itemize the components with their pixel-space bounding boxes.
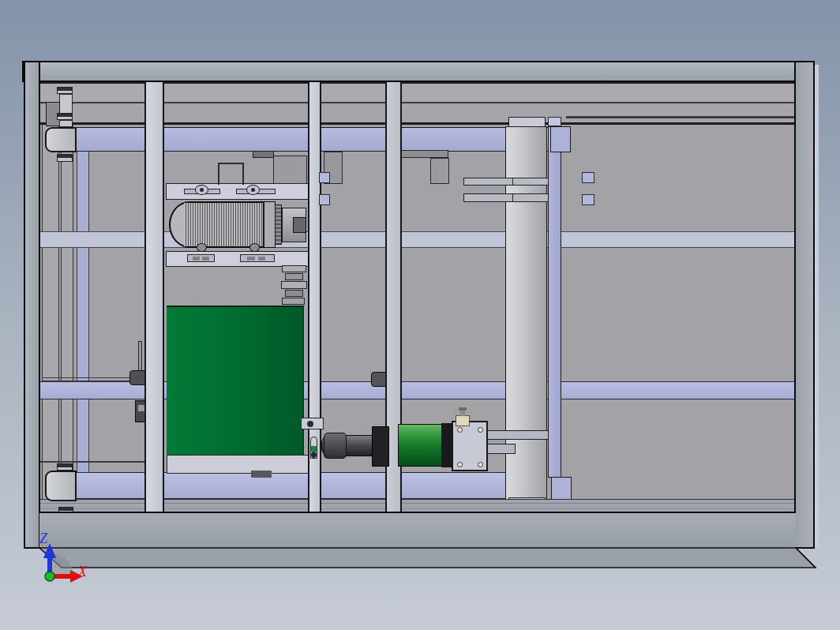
bearing-washer [57, 87, 73, 94]
tensioner-block [281, 281, 307, 289]
rod-end-bracket [301, 418, 324, 429]
shaft-coupling-stub [129, 370, 146, 385]
belt-frame-clips [251, 471, 272, 478]
beam-tab [582, 172, 594, 183]
bearing-washer [57, 154, 73, 162]
slot-insert [258, 257, 265, 261]
gearbox-hub [293, 217, 306, 233]
cylinder-rear-cap [441, 423, 452, 467]
z-axis-label: Z [39, 531, 47, 547]
beam-tab [582, 194, 594, 205]
wing-bolt-right-center [251, 188, 255, 192]
cad-viewport[interactable]: Z X [0, 0, 840, 630]
wing-bolt-left [195, 185, 208, 195]
beam-tab [319, 172, 330, 183]
right-upright-cap [548, 117, 561, 126]
slot-insert [202, 257, 209, 261]
plate-screw [478, 427, 483, 433]
bearing-washer [57, 113, 73, 120]
rod-coupling-sleeve [324, 433, 347, 459]
plate-screw [478, 462, 483, 467]
fork-bar-joint [512, 178, 513, 185]
roller-fork-bar-upper [463, 178, 549, 186]
slotted-plate-right [240, 254, 275, 262]
origin-point [45, 572, 54, 581]
bracket-bolt [307, 421, 313, 427]
pneumatic-cylinder-body [398, 424, 442, 467]
sensor-led [311, 446, 317, 452]
motor-end-plate [263, 202, 275, 247]
slot-insert [193, 257, 200, 261]
pillow-block-bearing-top [45, 127, 77, 152]
frame-right-beam [794, 61, 815, 549]
fork-bar-joint [512, 194, 513, 201]
frame-right-edge-highlight [815, 65, 819, 546]
lifting-handle [218, 163, 244, 185]
frame-bottom-beam [39, 512, 796, 549]
bearing-spacer [59, 94, 73, 114]
slotted-plate-left [187, 254, 215, 262]
shelf-block-small [253, 151, 274, 158]
x-axis-label: X [78, 564, 87, 580]
belt-frame-rail [167, 455, 318, 474]
right-lavender-upright [548, 126, 561, 478]
tensioner-block [282, 298, 305, 305]
cylinder-front-flange [372, 426, 389, 467]
plate-screw [457, 462, 463, 467]
shaft-disc [138, 341, 142, 371]
air-fitting-cap [459, 407, 467, 411]
bearing-spacer [59, 120, 73, 127]
pillow-block-bearing-bottom [45, 471, 77, 501]
slot-insert [247, 257, 255, 261]
wing-bolt-right [246, 185, 260, 195]
tensioner-block [285, 273, 303, 280]
beam-corner-block-bottom [551, 477, 572, 501]
shelf-block-large [273, 156, 307, 184]
frame-left-beam [24, 61, 40, 549]
beam-tab [319, 194, 330, 205]
cylinder-mounting-plate [452, 421, 488, 471]
bearing-washer [57, 463, 73, 471]
roller-fork-bar-upper [463, 193, 549, 202]
motor-cooling-fins [184, 203, 262, 246]
sensor-bolt [311, 452, 317, 458]
left-section-edge-line [39, 461, 144, 463]
proximity-sensor-lower [310, 437, 317, 459]
gearbox-ribbed-ring [275, 204, 282, 245]
conveyor-belt-panel [167, 306, 304, 455]
origin-triad[interactable] [16, 517, 118, 604]
cross-beam-bottom [71, 472, 509, 499]
right-rail-edge-line [566, 116, 794, 118]
air-fitting-stem [460, 410, 465, 416]
left-lavender-upright [77, 150, 89, 478]
wing-bolt-left-center [200, 188, 204, 192]
tensioner-block [285, 290, 303, 297]
air-fitting [456, 415, 470, 426]
shaft-stub-right [371, 372, 387, 387]
far-shelf-block [430, 158, 449, 184]
plate-screw [457, 427, 463, 433]
frame-top-beam [22, 61, 815, 82]
tensioner-block [282, 265, 306, 272]
beam-corner-block-top [550, 126, 571, 152]
vertical-post-left [144, 82, 164, 521]
